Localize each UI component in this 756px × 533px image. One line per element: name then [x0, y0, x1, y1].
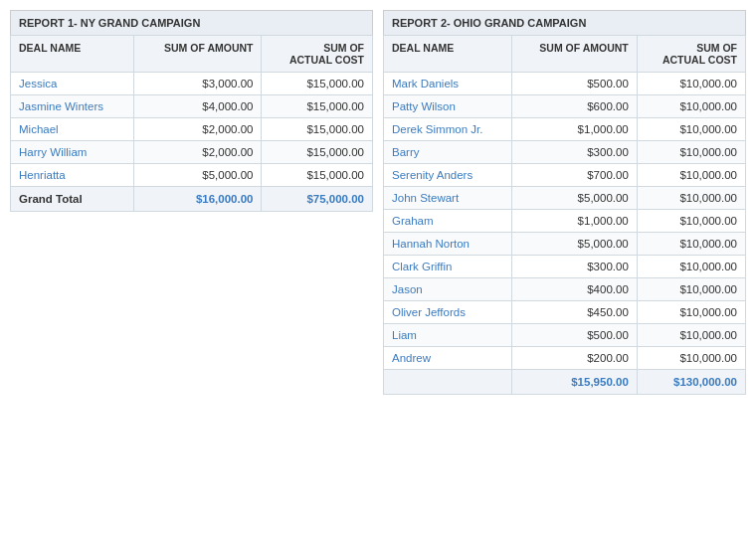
deal-name-link[interactable]: Derek Simmon Jr. — [384, 118, 512, 141]
sum-actual-cost: $10,000.00 — [637, 95, 745, 118]
deal-name-link[interactable]: Barry — [384, 141, 512, 164]
sum-amount: $500.00 — [511, 73, 637, 95]
table-row: Michael $2,000.00 $15,000.00 — [11, 118, 373, 141]
sum-amount: $200.00 — [511, 347, 637, 370]
deal-name-link[interactable]: Jason — [384, 278, 512, 301]
deal-name-link[interactable]: Harry William — [11, 141, 134, 164]
table-row: John Stewart $5,000.00 $10,000.00 — [384, 187, 746, 210]
sum-actual-cost: $15,000.00 — [262, 95, 373, 118]
table-row: Jasmine Winters $4,000.00 $15,000.00 — [11, 95, 373, 118]
page-wrapper: REPORT 1- NY GRAND CAMPAIGN DEAL NAME SU… — [0, 0, 756, 533]
table-row: Clark Griffin $300.00 $10,000.00 — [384, 256, 746, 278]
report1-col-dealname: DEAL NAME — [11, 36, 134, 73]
sum-actual-cost: $10,000.00 — [637, 324, 745, 347]
sum-actual-cost: $10,000.00 — [637, 187, 745, 210]
sum-amount: $1,000.00 — [511, 210, 637, 233]
deal-name-link[interactable]: Graham — [384, 210, 512, 233]
sum-actual-cost: $10,000.00 — [637, 256, 745, 278]
sum-actual-cost: $10,000.00 — [637, 141, 745, 164]
deal-name-link[interactable]: Patty Wilson — [384, 95, 512, 118]
sum-actual-cost: $10,000.00 — [637, 164, 745, 187]
sum-amount: $1,000.00 — [511, 118, 637, 141]
table-row: Jessica $3,000.00 $15,000.00 — [11, 73, 373, 95]
report1-col-amount: SUM OF AMOUNT — [133, 36, 262, 73]
table-row: Patty Wilson $600.00 $10,000.00 — [384, 95, 746, 118]
sum-amount: $3,000.00 — [133, 73, 262, 95]
sum-actual-cost: $10,000.00 — [637, 347, 745, 370]
sum-amount: $450.00 — [511, 301, 637, 324]
report2-section: REPORT 2- OHIO GRAND CAMPAIGN DEAL NAME … — [383, 10, 746, 523]
table-row: Andrew $200.00 $10,000.00 — [384, 347, 746, 370]
deal-name-link[interactable]: Andrew — [384, 347, 512, 370]
report1-footer-actualcost: $75,000.00 — [262, 187, 373, 212]
report2-col-amount: SUM OF AMOUNT — [511, 36, 637, 73]
report1-footer-label: Grand Total — [11, 187, 134, 212]
sum-amount: $400.00 — [511, 278, 637, 301]
deal-name-link[interactable]: Jessica — [11, 73, 134, 95]
sum-actual-cost: $15,000.00 — [262, 118, 373, 141]
report1-title: REPORT 1- NY GRAND CAMPAIGN — [10, 10, 373, 35]
sum-amount: $500.00 — [511, 324, 637, 347]
report1-table: DEAL NAME SUM OF AMOUNT SUM OFACTUAL COS… — [10, 35, 373, 212]
sum-amount: $300.00 — [511, 141, 637, 164]
deal-name-link[interactable]: Henriatta — [11, 164, 134, 187]
sum-amount: $600.00 — [511, 95, 637, 118]
sum-actual-cost: $10,000.00 — [637, 210, 745, 233]
deal-name-link[interactable]: Serenity Anders — [384, 164, 512, 187]
sum-actual-cost: $10,000.00 — [637, 278, 745, 301]
sum-amount: $5,000.00 — [511, 233, 637, 256]
report1-footer-amount: $16,000.00 — [133, 187, 262, 212]
sum-actual-cost: $15,000.00 — [262, 73, 373, 95]
sum-actual-cost: $10,000.00 — [637, 118, 745, 141]
sum-amount: $700.00 — [511, 164, 637, 187]
deal-name-link[interactable]: Mark Daniels — [384, 73, 512, 95]
sum-amount: $5,000.00 — [133, 164, 262, 187]
table-row: Oliver Jeffords $450.00 $10,000.00 — [384, 301, 746, 324]
report2-table: DEAL NAME SUM OF AMOUNT SUM OFACTUAL COS… — [383, 35, 746, 395]
report2-footer-actualcost: $130,000.00 — [637, 370, 745, 395]
sum-amount: $5,000.00 — [511, 187, 637, 210]
sum-actual-cost: $10,000.00 — [637, 233, 745, 256]
table-row: Henriatta $5,000.00 $15,000.00 — [11, 164, 373, 187]
deal-name-link[interactable]: Clark Griffin — [384, 256, 512, 278]
sum-amount: $4,000.00 — [133, 95, 262, 118]
table-row: Derek Simmon Jr. $1,000.00 $10,000.00 — [384, 118, 746, 141]
sum-amount: $300.00 — [511, 256, 637, 278]
report2-col-actualcost: SUM OFACTUAL COST — [637, 36, 745, 73]
deal-name-link[interactable]: Liam — [384, 324, 512, 347]
sum-actual-cost: $15,000.00 — [262, 141, 373, 164]
table-row: Harry William $2,000.00 $15,000.00 — [11, 141, 373, 164]
sum-actual-cost: $15,000.00 — [262, 164, 373, 187]
report1-section: REPORT 1- NY GRAND CAMPAIGN DEAL NAME SU… — [10, 10, 373, 523]
table-row: Liam $500.00 $10,000.00 — [384, 324, 746, 347]
deal-name-link[interactable]: Oliver Jeffords — [384, 301, 512, 324]
table-row: Jason $400.00 $10,000.00 — [384, 278, 746, 301]
sum-amount: $2,000.00 — [133, 141, 262, 164]
deal-name-link[interactable]: John Stewart — [384, 187, 512, 210]
report1-col-actualcost: SUM OFACTUAL COST — [262, 36, 373, 73]
table-row: Hannah Norton $5,000.00 $10,000.00 — [384, 233, 746, 256]
sum-actual-cost: $10,000.00 — [637, 301, 745, 324]
report2-footer-label — [384, 370, 512, 395]
report2-col-dealname: DEAL NAME — [384, 36, 512, 73]
deal-name-link[interactable]: Jasmine Winters — [11, 95, 134, 118]
sum-actual-cost: $10,000.00 — [637, 73, 745, 95]
deal-name-link[interactable]: Hannah Norton — [384, 233, 512, 256]
report2-footer-amount: $15,950.00 — [511, 370, 637, 395]
sum-amount: $2,000.00 — [133, 118, 262, 141]
report2-title: REPORT 2- OHIO GRAND CAMPAIGN — [383, 10, 746, 35]
divider — [373, 10, 383, 523]
table-row: Mark Daniels $500.00 $10,000.00 — [384, 73, 746, 95]
table-row: Graham $1,000.00 $10,000.00 — [384, 210, 746, 233]
table-row: Barry $300.00 $10,000.00 — [384, 141, 746, 164]
deal-name-link[interactable]: Michael — [11, 118, 134, 141]
table-row: Serenity Anders $700.00 $10,000.00 — [384, 164, 746, 187]
